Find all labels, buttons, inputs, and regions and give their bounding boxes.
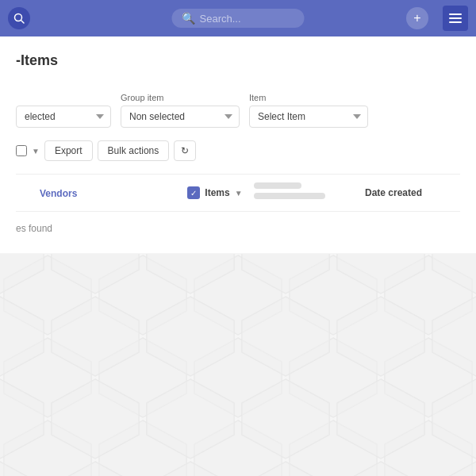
svg-line-1 bbox=[21, 21, 25, 24]
main-content: -Items elected Group item Non selected I… bbox=[0, 36, 476, 253]
search-box: 🔍 bbox=[172, 9, 305, 28]
items-toggle[interactable]: ✓ bbox=[187, 186, 200, 199]
date-created-column-header: Date created bbox=[365, 187, 460, 198]
group-item-label: Group item bbox=[121, 93, 240, 102]
search-icon: 🔍 bbox=[182, 12, 195, 25]
vendors-column-header: Vendors bbox=[40, 186, 187, 200]
data-table: Vendors ✓ Items ▼ Date created bbox=[16, 174, 460, 245]
refresh-button[interactable]: ↻ bbox=[174, 140, 196, 161]
filter-row: elected Group item Non selected Item Sel… bbox=[16, 93, 460, 128]
skeleton-bar-1 bbox=[254, 182, 301, 189]
items-sort-icon: ▼ bbox=[235, 189, 243, 198]
date-created-header-label: Date created bbox=[365, 187, 460, 198]
vendor-select[interactable]: elected bbox=[16, 106, 111, 128]
top-navigation-bar: 🔍 + bbox=[0, 0, 476, 36]
vendors-sort-link[interactable]: Vendors bbox=[40, 188, 77, 199]
svg-rect-4 bbox=[449, 21, 462, 23]
items-column-header: ✓ Items ▼ bbox=[187, 182, 365, 203]
menu-button[interactable] bbox=[443, 6, 468, 31]
table-header: Vendors ✓ Items ▼ Date created bbox=[16, 175, 460, 212]
group-item-select[interactable]: Non selected bbox=[121, 106, 240, 128]
background-pattern bbox=[0, 254, 476, 476]
bulk-actions-button[interactable]: Bulk actions bbox=[98, 140, 170, 161]
select-all-checkbox[interactable] bbox=[16, 145, 27, 156]
search-input[interactable] bbox=[200, 13, 295, 25]
svg-rect-2 bbox=[449, 13, 462, 15]
items-header-label: Items bbox=[205, 187, 229, 198]
vendor-filter-group: elected bbox=[16, 106, 111, 128]
empty-state-text: es found bbox=[16, 223, 52, 234]
plus-icon: + bbox=[413, 11, 420, 25]
item-filter-group: Item Select Item bbox=[249, 93, 368, 128]
empty-state-row: es found bbox=[16, 212, 460, 245]
skeleton-bar-2 bbox=[254, 193, 325, 199]
action-bar: ▼ Export Bulk actions ↻ bbox=[16, 140, 460, 161]
group-item-filter-group: Group item Non selected bbox=[121, 93, 240, 128]
search-button[interactable] bbox=[8, 7, 30, 29]
export-button[interactable]: Export bbox=[44, 140, 93, 161]
svg-rect-3 bbox=[449, 17, 462, 19]
page-title: -Items bbox=[16, 52, 460, 69]
add-button[interactable]: + bbox=[406, 7, 428, 29]
item-label: Item bbox=[249, 93, 368, 102]
item-select[interactable]: Select Item bbox=[249, 106, 368, 128]
chevron-down-icon: ▼ bbox=[32, 147, 40, 155]
svg-rect-11 bbox=[0, 254, 476, 476]
